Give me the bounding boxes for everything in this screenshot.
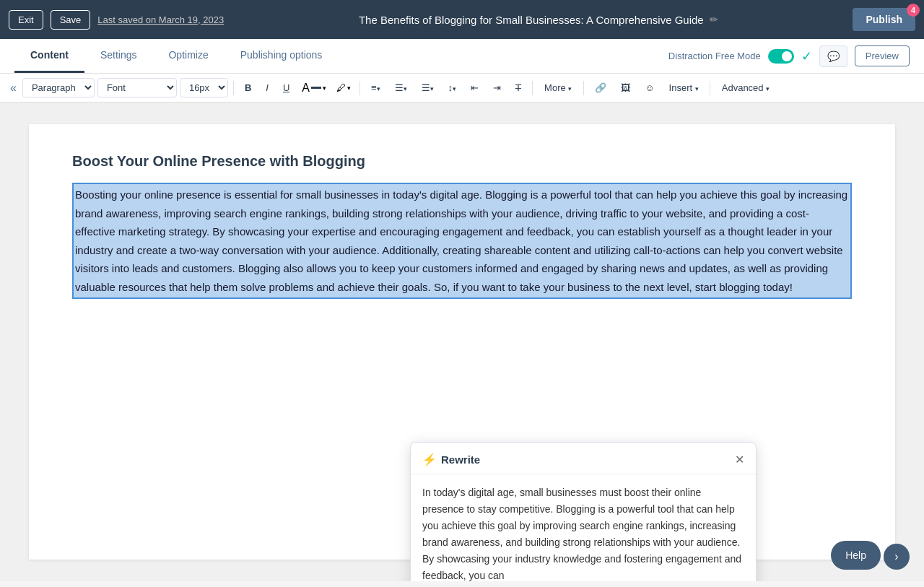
- help-button[interactable]: Help: [831, 541, 881, 570]
- color-dropdown-icon: ▾: [323, 84, 326, 92]
- color-swatch: [311, 87, 321, 89]
- check-icon: ✓: [801, 48, 812, 64]
- editor-canvas[interactable]: Boost Your Online Presence with Blogging…: [29, 124, 895, 560]
- toolbar-sep-2: [359, 81, 360, 95]
- indent-decrease-button[interactable]: ⇤: [465, 79, 484, 97]
- line-height-button[interactable]: ↕▾: [443, 79, 463, 97]
- rewrite-header: ⚡ Rewrite ✕: [411, 443, 756, 474]
- publish-label: Publish: [866, 14, 902, 25]
- editor-paragraph[interactable]: Boosting your online presence is essenti…: [72, 183, 852, 299]
- toggle-knob: [782, 51, 792, 61]
- text-color-button[interactable]: A ▾: [298, 79, 330, 97]
- list-ordered-button[interactable]: ☰▾: [416, 79, 440, 97]
- toolbar: « Paragraph Font 16px B I U A ▾ 🖊 ▾ ≡▾ ☰…: [0, 74, 924, 103]
- font-size-select[interactable]: 16px: [180, 78, 228, 97]
- top-bar: Exit Save Last saved on March 19, 2023 T…: [0, 0, 924, 39]
- publish-button[interactable]: Publish 4: [853, 8, 915, 31]
- help-label: Help: [845, 549, 866, 561]
- edit-title-icon[interactable]: ✏: [710, 14, 718, 25]
- paragraph-select[interactable]: Paragraph: [22, 78, 95, 97]
- preview-button[interactable]: Preview: [855, 45, 910, 66]
- insert-button[interactable]: Insert ▾: [663, 79, 705, 97]
- editor-heading: Boost Your Online Presence with Blogging: [72, 153, 852, 170]
- emoji-button[interactable]: ☺: [639, 79, 660, 97]
- tab-publishing[interactable]: Publishing options: [225, 39, 339, 73]
- tab-optimize[interactable]: Optimize: [152, 39, 224, 73]
- font-select[interactable]: Font: [97, 78, 177, 97]
- insert-label: Insert: [669, 82, 693, 93]
- chevron-right-icon: ›: [894, 550, 898, 563]
- page-title: The Benefits of Blogging for Small Busin…: [359, 14, 704, 26]
- text-color-icon: A: [302, 82, 310, 95]
- distraction-free-label: Distraction Free Mode: [668, 51, 761, 61]
- distraction-free-toggle[interactable]: [768, 49, 794, 64]
- italic-button[interactable]: I: [260, 79, 274, 97]
- content-area: Boost Your Online Presence with Blogging…: [0, 103, 924, 581]
- highlight-color-button[interactable]: 🖊 ▾: [333, 79, 354, 96]
- link-button[interactable]: 🔗: [589, 79, 612, 97]
- page-title-area: The Benefits of Blogging for Small Busin…: [231, 14, 845, 26]
- rewrite-title-text: Rewrite: [441, 453, 480, 466]
- distraction-area: Distraction Free Mode ✓ 💬 Preview: [668, 45, 910, 67]
- rewrite-title: ⚡ Rewrite: [422, 453, 480, 466]
- advanced-label: Advanced: [722, 82, 764, 93]
- advanced-button[interactable]: Advanced ▾: [715, 79, 776, 97]
- more-button[interactable]: More ▾: [538, 79, 578, 97]
- publish-badge: 4: [907, 4, 920, 17]
- exit-button[interactable]: Exit: [9, 10, 43, 30]
- highlight-dropdown-icon: ▾: [347, 84, 351, 92]
- rewrite-popup: ⚡ Rewrite ✕ In today's digital age, smal…: [410, 442, 757, 581]
- nav-bar: Content Settings Optimize Publishing opt…: [0, 39, 924, 74]
- remove-format-button[interactable]: T̶: [510, 79, 527, 97]
- rewrite-body: In today's digital age, small businesses…: [411, 474, 756, 581]
- sidebar-toggle-button[interactable]: ›: [884, 544, 910, 570]
- tab-content[interactable]: Content: [14, 39, 84, 73]
- save-button[interactable]: Save: [51, 10, 91, 30]
- indent-increase-button[interactable]: ⇥: [487, 79, 507, 97]
- toolbar-sep-3: [532, 81, 533, 95]
- bold-button[interactable]: B: [239, 79, 257, 97]
- chat-button[interactable]: 💬: [819, 45, 847, 67]
- rewrite-lightning-icon: ⚡: [422, 453, 437, 466]
- rewrite-close-button[interactable]: ✕: [735, 453, 744, 466]
- list-unordered-button[interactable]: ☰▾: [389, 79, 413, 97]
- more-label: More: [544, 82, 566, 93]
- toolbar-sep-4: [583, 81, 584, 95]
- toolbar-sep-5: [710, 81, 710, 95]
- nav-tabs: Content Settings Optimize Publishing opt…: [14, 39, 668, 73]
- highlight-icon: 🖊: [336, 82, 346, 93]
- tab-settings[interactable]: Settings: [84, 39, 153, 73]
- last-saved-text[interactable]: Last saved on March 19, 2023: [97, 14, 224, 25]
- image-button[interactable]: 🖼: [615, 79, 636, 97]
- toolbar-sep-1: [233, 81, 234, 95]
- underline-button[interactable]: U: [277, 79, 295, 97]
- align-button[interactable]: ≡▾: [365, 79, 386, 97]
- panel-toggle-button[interactable]: «: [7, 79, 19, 97]
